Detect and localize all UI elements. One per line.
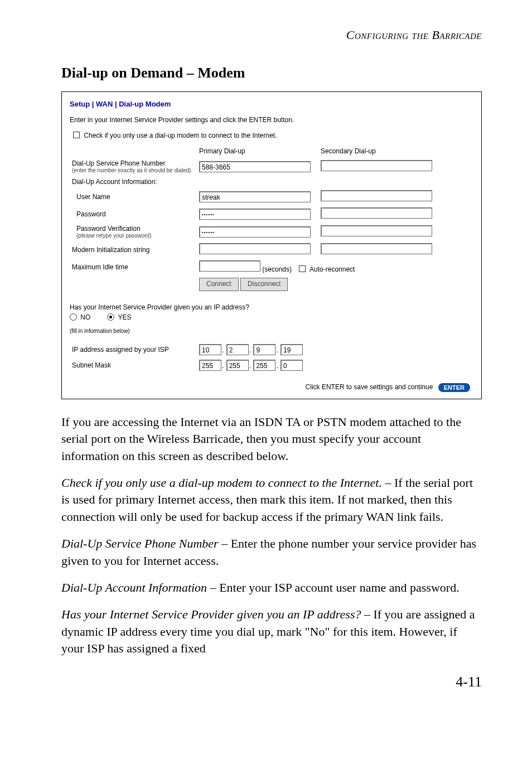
pwd-label: Password [70, 205, 197, 222]
ip-octet-3[interactable]: 9 [253, 344, 275, 355]
section-heading: Dial-up on Demand – Modem [61, 65, 482, 81]
body-para-5: Has your Internet Service Provider given… [61, 606, 482, 657]
ip-octet-4[interactable]: 19 [280, 344, 303, 355]
phone-label: Dial-Up Service Phone Number [72, 159, 165, 167]
running-head: Configuring the Barricade [61, 28, 482, 42]
modem-init-primary-input[interactable] [199, 243, 311, 254]
pwdver-sub: (please retype your password) [76, 233, 195, 239]
ip-yes-label: YES [118, 313, 131, 321]
ip-question: Has your Internet Service Provider given… [70, 303, 470, 311]
disconnect-button[interactable]: Disconnect [240, 278, 288, 291]
phone-secondary-input[interactable] [321, 160, 432, 171]
mask-octet-1[interactable]: 255 [199, 360, 221, 371]
modem-init-secondary-input[interactable] [321, 243, 432, 254]
ip-assigned-label: IP address assigned by your ISP [70, 342, 197, 357]
enter-hint: Click ENTER to save settings and continu… [306, 383, 433, 391]
body-para-4: Dial-Up Account Information – Enter your… [61, 579, 482, 596]
body-para-2-em: Check if you only use a dial-up modem to… [61, 476, 382, 490]
pwdver-secondary-input[interactable] [321, 225, 432, 236]
ip-yes-radio[interactable] [107, 313, 114, 321]
pwdver-primary-input[interactable]: •••••• [199, 226, 311, 238]
ip-octet-2[interactable]: 2 [226, 344, 249, 355]
body-para-2: Check if you only use a dial-up modem to… [61, 475, 482, 525]
user-label: User Name [70, 188, 197, 205]
body-para-4-em: Dial-Up Account Information [61, 580, 207, 594]
max-idle-label: Maximum Idle time [70, 258, 197, 275]
ip-no-radio[interactable] [70, 313, 77, 321]
modem-init-label: Modern Initialization string [70, 241, 197, 258]
pwd-secondary-input[interactable] [321, 207, 432, 219]
auto-reconnect-label: Auto-reconnect [309, 265, 355, 273]
body-para-4-rest: – Enter your ISP account user name and p… [207, 580, 460, 594]
intro-text: Enter in your Internet Service Provider … [70, 116, 470, 124]
breadcrumb-title: Setup | WAN | Dial-up Modem [70, 100, 470, 108]
pwdver-label: Password Verification [76, 225, 141, 233]
dialup-only-label: Check if you only use a dial-up modem to… [84, 132, 277, 139]
body-para-1: If you are accessing the Internet via an… [61, 414, 482, 465]
fill-below-note: (fill in information below) [70, 328, 470, 334]
max-idle-input[interactable] [199, 260, 260, 272]
phone-primary-input[interactable]: 588-3665 [199, 161, 311, 172]
pwd-primary-input[interactable]: •••••• [199, 209, 311, 220]
dialup-only-checkbox[interactable] [73, 132, 80, 138]
phone-sub: (enter the number exactly as it should b… [72, 167, 195, 173]
col-secondary: Secondary Dial-up [318, 145, 470, 157]
enter-button[interactable]: ENTER [438, 383, 470, 392]
mask-octet-4[interactable]: 0 [280, 360, 303, 371]
body-para-3-em: Dial-Up Service Phone Number [61, 536, 219, 550]
config-screenshot: Setup | WAN | Dial-up Modem Enter in you… [61, 91, 482, 399]
col-primary: Primary Dial-up [197, 145, 318, 157]
body-para-3: Dial-Up Service Phone Number – Enter the… [61, 535, 482, 569]
user-primary-input[interactable]: streak [199, 191, 311, 202]
auto-reconnect-checkbox[interactable] [299, 265, 306, 272]
seconds-label: (seconds) [262, 265, 292, 273]
account-info-label: Dial-Up Account Information: [70, 176, 470, 188]
ip-octet-1[interactable]: 10 [199, 344, 221, 355]
dialup-only-row: Check if you only use a dial-up modem to… [73, 132, 470, 139]
subnet-label: Subnet Mask [70, 357, 197, 373]
ip-no-label: NO [80, 313, 90, 321]
body-para-5-em: Has your Internet Service Provider given… [61, 607, 361, 621]
page-number: 4-11 [61, 674, 482, 690]
ip-table: IP address assigned by your ISP 10. 2. 9… [70, 342, 305, 373]
user-secondary-input[interactable] [321, 190, 432, 201]
settings-table: Primary Dial-up Secondary Dial-up Dial-U… [70, 145, 470, 293]
connect-button[interactable]: Connect [199, 278, 239, 291]
mask-octet-2[interactable]: 255 [226, 360, 249, 371]
mask-octet-3[interactable]: 255 [253, 360, 275, 371]
